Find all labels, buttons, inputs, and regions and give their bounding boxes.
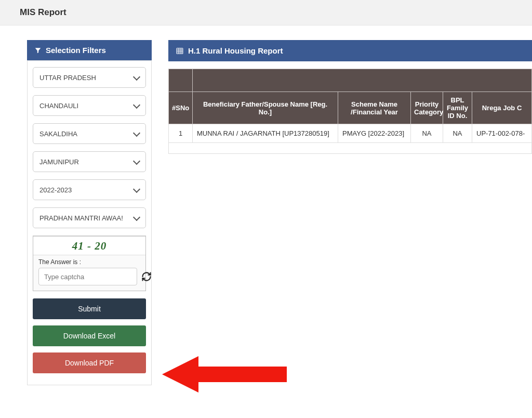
svg-rect-0 xyxy=(177,48,183,54)
col-bpl: BPL Family ID No. xyxy=(443,92,472,124)
refresh-icon[interactable] xyxy=(141,271,152,282)
report-header: H.1 Rural Housing Report xyxy=(168,40,532,61)
col-sno: #SNo xyxy=(169,92,193,124)
district-select[interactable]: CHANDAULI xyxy=(33,95,146,116)
report-table: #SNo Beneficiary Father/Spouse Name [Reg… xyxy=(168,69,532,154)
scheme-select[interactable]: PRADHAN MANTRI AWAA! xyxy=(33,207,146,228)
block-select[interactable]: SAKALDIHA xyxy=(33,123,146,144)
captcha-box: 41 - 20 The Answer is : xyxy=(33,236,146,291)
submit-button[interactable]: Submit xyxy=(33,298,146,319)
sidebar-header: Selection Filters xyxy=(27,40,152,60)
col-priority: Priority Category xyxy=(411,92,443,124)
cell-sno: 1 xyxy=(169,124,193,143)
cell-scheme: PMAYG [2022-2023] xyxy=(338,124,411,143)
state-select[interactable]: UTTAR PRADESH xyxy=(33,67,146,88)
village-select[interactable]: JAMUNIPUR xyxy=(33,151,146,172)
download-pdf-button[interactable]: Download PDF xyxy=(33,352,146,373)
download-excel-button[interactable]: Download Excel xyxy=(33,325,146,346)
sidebar-header-label: Selection Filters xyxy=(46,46,106,55)
report-panel: H.1 Rural Housing Report #SNo Beneficiar… xyxy=(168,40,532,385)
captcha-label: The Answer is : xyxy=(33,255,145,268)
filter-icon xyxy=(34,47,42,54)
captcha-image: 41 - 20 xyxy=(33,237,145,255)
captcha-input[interactable] xyxy=(38,268,137,285)
table-row: 1 MUNNA RAI / JAGARNATH [UP137280519] PM… xyxy=(169,124,532,143)
col-scheme: Scheme Name /Financial Year xyxy=(338,92,411,124)
table-icon xyxy=(176,47,184,55)
cell-nrega: UP-71-002-078- xyxy=(472,124,532,143)
page-header: MIS Report xyxy=(0,0,532,25)
page-title: MIS Report xyxy=(20,7,520,18)
selection-filters-panel: Selection Filters UTTAR PRADESH CHANDAUL… xyxy=(27,40,152,385)
col-nrega: Nrega Job C xyxy=(472,92,532,124)
report-header-label: H.1 Rural Housing Report xyxy=(188,46,283,55)
col-beneficiary: Beneficiary Father/Spouse Name [Reg. No.… xyxy=(193,92,338,124)
cell-beneficiary: MUNNA RAI / JAGARNATH [UP137280519] xyxy=(193,124,338,143)
cell-bpl: NA xyxy=(443,124,472,143)
cell-priority: NA xyxy=(411,124,443,143)
year-select[interactable]: 2022-2023 xyxy=(33,179,146,200)
